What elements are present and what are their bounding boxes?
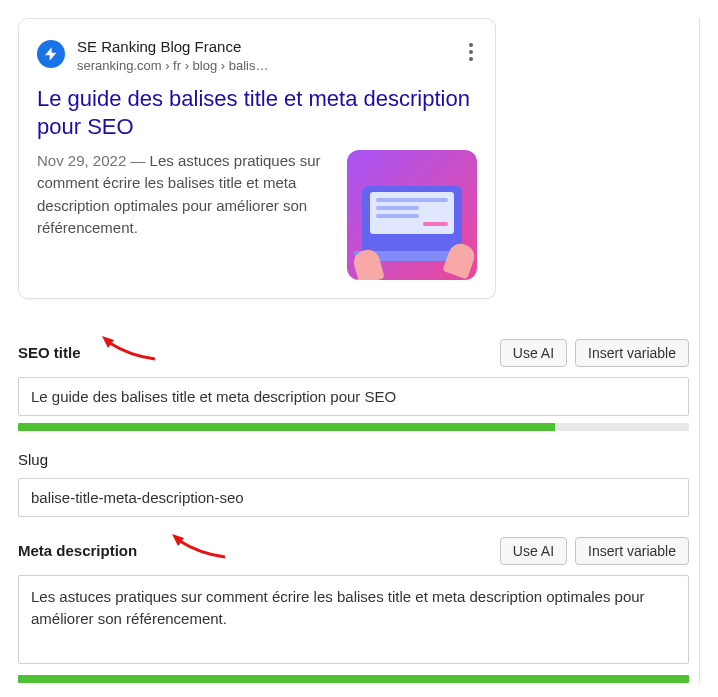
serp-preview-card: SE Ranking Blog France seranking.com › f… [18,18,496,299]
slug-section: Slug [18,451,689,517]
meta-description-progress [18,675,689,683]
preview-date: Nov 29, 2022 [37,152,126,169]
more-icon[interactable] [465,37,477,67]
site-name: SE Ranking Blog France [77,37,453,57]
progress-fill [18,423,555,431]
preview-title: Le guide des balises title et meta descr… [37,85,477,142]
progress-fill [18,675,689,683]
use-ai-button[interactable]: Use AI [500,339,567,367]
insert-variable-button[interactable]: Insert variable [575,339,689,367]
preview-thumbnail [347,150,477,280]
site-info: SE Ranking Blog France seranking.com › f… [77,37,453,75]
slug-input[interactable] [18,478,689,517]
arrow-icon [100,334,160,364]
arrow-icon [170,532,230,562]
seo-title-label: SEO title [18,344,81,361]
meta-description-label: Meta description [18,542,137,559]
site-favicon [37,40,65,68]
seo-title-progress [18,423,689,431]
slug-label: Slug [18,451,48,468]
breadcrumb: seranking.com › fr › blog › balis… [77,57,453,75]
seo-title-section: SEO title Use AI Insert variable [18,339,689,431]
preview-header: SE Ranking Blog France seranking.com › f… [37,37,477,75]
meta-description-section: Meta description Use AI Insert variable [18,537,689,684]
preview-body: Nov 29, 2022 — Les astuces pratiques sur… [37,150,477,280]
seo-title-input[interactable] [18,377,689,416]
bolt-icon [43,46,59,62]
insert-variable-button[interactable]: Insert variable [575,537,689,565]
preview-text: Nov 29, 2022 — Les astuces pratiques sur… [37,150,333,240]
use-ai-button[interactable]: Use AI [500,537,567,565]
meta-description-input[interactable] [18,575,689,665]
